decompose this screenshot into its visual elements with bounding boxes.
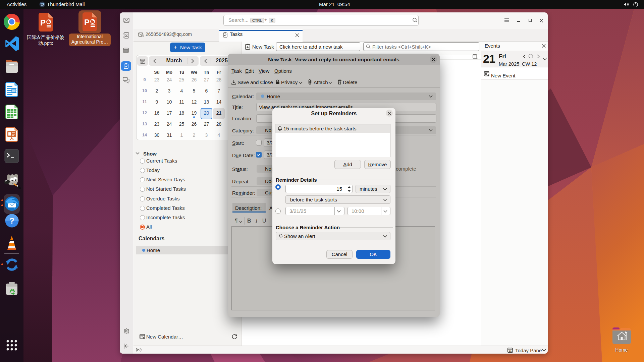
svg-text:?: ? xyxy=(9,216,14,225)
svg-text:P: P xyxy=(84,18,90,27)
svg-text:P: P xyxy=(40,18,46,27)
svg-text:21: 21 xyxy=(509,349,512,352)
